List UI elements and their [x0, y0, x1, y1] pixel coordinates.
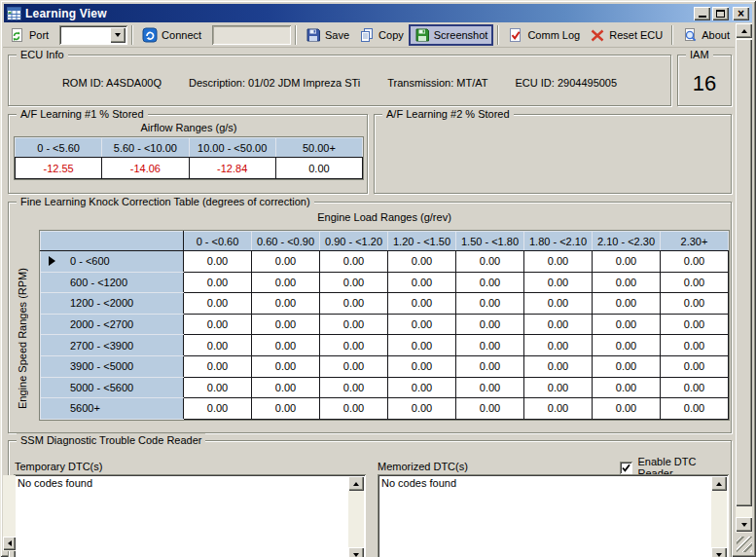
knock-table-row: 2000 - <27000.000.000.000.000.000.000.00… [41, 314, 729, 335]
port-label: Port [24, 27, 54, 43]
selected-row-marker-icon [49, 256, 55, 266]
knock-value-cell: 0.00 [320, 335, 388, 356]
screenshot-button[interactable]: Screenshot [409, 24, 494, 46]
minimize-button[interactable] [694, 7, 710, 20]
learning-view-window: Learning View × Port [0, 0, 756, 557]
reset-ecu-button[interactable]: Reset ECU [585, 25, 667, 45]
knock-row-header: 1200 - <2000 [41, 293, 184, 315]
knock-value-cell: 0.00 [524, 272, 593, 293]
af-value-cell: 0.00 [275, 158, 362, 179]
af-column-header: 0 - <5.60 [16, 138, 102, 158]
checkmark-icon [621, 463, 631, 473]
about-button[interactable]: About [677, 25, 735, 45]
scroll-left-button[interactable] [3, 537, 16, 550]
arrow-left-icon [8, 540, 12, 546]
af-learning-1-group-label: A/F Learning #1 % Stored [17, 107, 148, 121]
scroll-up-button[interactable] [711, 476, 727, 491]
close-button[interactable]: × [733, 7, 749, 20]
knock-table-row: 600 - <12000.000.000.000.000.000.000.000… [41, 272, 729, 293]
af-learning-2-group: A/F Learning #2 % Stored [374, 114, 732, 194]
port-dropdown-button[interactable] [110, 27, 126, 43]
af-learning-1-table: 0 - <5.605.60 - <10.0010.00 - <50.0050.0… [15, 137, 363, 179]
knock-value-cell: 0.00 [388, 335, 456, 356]
comm-log-label: Comm Log [527, 29, 580, 41]
screenshot-label: Screenshot [434, 29, 488, 41]
copy-label: Copy [378, 29, 404, 41]
save-button[interactable]: Save [301, 25, 354, 45]
knock-table-corner-cell [41, 232, 184, 251]
knock-value-cell: 0.00 [320, 398, 388, 420]
knock-value-cell: 0.00 [388, 355, 456, 377]
knock-row-label: 5600+ [41, 402, 183, 414]
knock-value-cell: 0.00 [524, 377, 593, 398]
knock-value-cell: 0.00 [456, 272, 524, 293]
knock-value-cell: 0.00 [252, 293, 320, 315]
comm-log-button[interactable]: Comm Log [503, 25, 585, 45]
enable-dtc-reader-checkbox[interactable] [620, 462, 632, 474]
arrow-down-icon [741, 523, 747, 527]
refresh-ports-icon[interactable] [9, 27, 24, 43]
knock-value-cell: 0.00 [661, 335, 729, 356]
knock-value-cell: 0.00 [388, 377, 456, 398]
knock-table-row: 0 - <6000.000.000.000.000.000.000.000.00 [41, 251, 729, 273]
knock-value-cell: 0.00 [184, 251, 252, 273]
knock-row-header: 3900 - <5000 [41, 355, 184, 377]
connect-button[interactable]: Connect [137, 25, 206, 45]
port-combobox[interactable] [59, 25, 127, 45]
temporary-dtc-scrollbar[interactable] [348, 476, 364, 557]
knock-value-cell: 0.00 [456, 335, 524, 356]
knock-column-header: 0 - <0.60 [184, 232, 252, 251]
knock-value-cell: 0.00 [456, 251, 524, 273]
af-learning-2-group-label: A/F Learning #2 % Stored [382, 107, 514, 121]
knock-value-cell: 0.00 [184, 355, 252, 377]
knock-value-cell: 0.00 [524, 335, 593, 356]
transmission-value: Transmission: MT/AT [387, 77, 487, 89]
temporary-dtc-label: Temporary DTC(s) [15, 461, 102, 472]
knock-value-cell: 0.00 [593, 272, 661, 293]
connect-status-field [212, 25, 291, 45]
reset-ecu-icon [590, 27, 605, 43]
resize-grip[interactable] [737, 537, 752, 552]
temporary-dtc-textarea[interactable]: No codes found [14, 474, 366, 557]
knock-correction-group: Fine Learning Knock Correction Table (de… [8, 202, 732, 433]
knock-row-label: 3900 - <5000 [41, 360, 183, 372]
knock-value-cell: 0.00 [593, 335, 661, 356]
main-vertical-scrollbar[interactable] [736, 23, 752, 533]
engine-speed-axis-title: Engine Speed Ranges (RPM) [17, 253, 28, 425]
title-bar: Learning View × [4, 4, 752, 22]
scroll-down-button[interactable] [711, 547, 727, 557]
knock-value-cell: 0.00 [661, 251, 729, 273]
knock-row-header: 2700 - <3900 [41, 335, 184, 356]
maximize-button[interactable] [712, 7, 729, 20]
knock-value-cell: 0.00 [252, 251, 320, 273]
iam-value: 16 [678, 71, 731, 96]
scrollbar-thumb[interactable] [736, 39, 752, 506]
scroll-up-button[interactable] [736, 23, 752, 38]
af-value-cell: -12.55 [16, 158, 102, 179]
knock-value-cell: 0.00 [184, 272, 252, 293]
knock-row-header: 2000 - <2700 [41, 314, 184, 335]
knock-value-cell: 0.00 [184, 377, 252, 398]
knock-table-row: 2700 - <39000.000.000.000.000.000.000.00… [41, 335, 729, 356]
knock-value-cell: 0.00 [456, 293, 524, 315]
scroll-up-button[interactable] [348, 476, 364, 491]
scroll-down-button[interactable] [736, 517, 752, 532]
bottom-left-scrollbar[interactable] [3, 475, 16, 551]
knock-value-cell: 0.00 [593, 355, 661, 377]
copy-button[interactable]: Copy [354, 25, 409, 45]
af-value-cell: -14.06 [102, 158, 189, 179]
knock-value-cell: 0.00 [524, 355, 593, 377]
save-icon [306, 27, 321, 43]
knock-value-cell: 0.00 [661, 293, 729, 315]
memorized-dtc-textarea[interactable]: No codes found [378, 474, 729, 557]
knock-value-cell: 0.00 [388, 314, 456, 335]
knock-value-cell: 0.00 [184, 335, 252, 356]
af-learning-1-group: A/F Learning #1 % Stored Airflow Ranges … [8, 114, 368, 194]
copy-icon [359, 27, 375, 43]
toolbar: Port Connect Save [3, 23, 735, 48]
knock-value-cell: 0.00 [320, 293, 388, 315]
memorized-dtc-scrollbar[interactable] [711, 476, 727, 557]
screenshot-icon [414, 27, 430, 43]
scroll-down-button[interactable] [348, 547, 364, 557]
iam-group-label: IAM [686, 48, 713, 61]
